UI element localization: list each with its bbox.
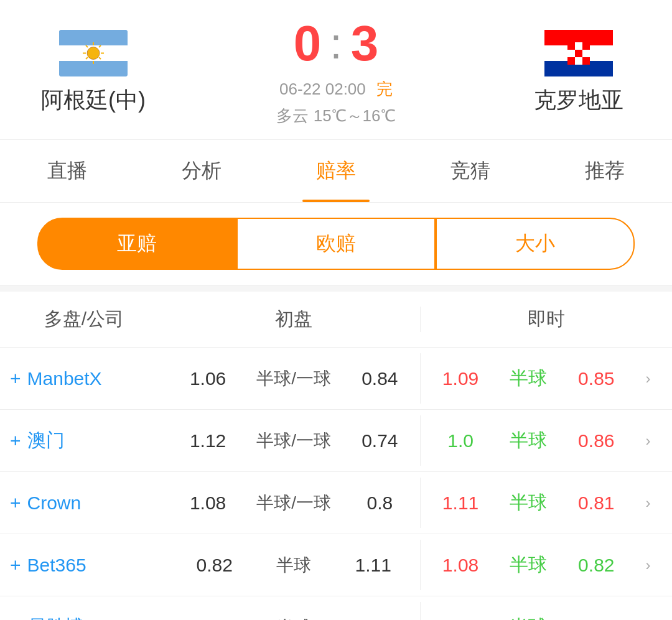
realtime-yishenbo[interactable]: 1.12 半球 0.83 › <box>420 602 673 620</box>
table-row[interactable]: + 易胜博 0.81 半球 1.11 1.12 半球 0.83 › <box>0 596 672 620</box>
realtime-manbetx[interactable]: 1.09 半球 0.85 › <box>420 353 673 404</box>
plus-icon: + <box>10 555 21 576</box>
initial-yishenbo: 0.81 半球 1.11 <box>168 603 420 621</box>
tab-guess[interactable]: 竞猜 <box>403 140 538 202</box>
croatia-flag <box>544 30 613 76</box>
realtime-crown[interactable]: 1.11 半球 0.81 › <box>420 478 673 528</box>
arrow-icon: › <box>645 494 650 512</box>
company-yishenbo: + 易胜博 <box>0 602 168 620</box>
team-left: 阿根廷(中) <box>12 30 174 116</box>
sub-tab-asia[interactable]: 亚赔 <box>37 218 236 270</box>
score-numbers: 0 : 3 <box>294 19 378 68</box>
score-center: 0 : 3 06-22 02:00 完 多云 15℃～16℃ <box>174 19 498 127</box>
score-left: 0 <box>294 19 322 68</box>
company-crown: + Crown <box>0 480 168 526</box>
plus-icon: + <box>10 368 21 389</box>
svg-rect-22 <box>567 57 575 65</box>
match-info-time: 06-22 02:00 完 <box>279 78 393 100</box>
table-row[interactable]: + ManbetX 1.06 半球/一球 0.84 1.09 半球 0.85 › <box>0 348 672 410</box>
table-row[interactable]: + Bet365 0.82 半球 1.11 1.08 半球 0.82 › <box>0 534 672 596</box>
company-bet365: + Bet365 <box>0 542 168 588</box>
sub-tab-europe[interactable]: 欧赔 <box>236 218 436 270</box>
team-right: 克罗地亚 <box>498 30 660 116</box>
team-left-name: 阿根廷(中) <box>41 85 146 116</box>
arrow-icon: › <box>645 557 650 574</box>
match-weather: 多云 15℃～16℃ <box>276 105 395 127</box>
arrow-icon: › <box>645 370 650 387</box>
team-right-name: 克罗地亚 <box>534 85 623 116</box>
realtime-bet365[interactable]: 1.08 半球 0.82 › <box>420 540 673 590</box>
odds-table: 多盘/公司 初盘 即时 + ManbetX 1.06 半球/一球 0.84 1.… <box>0 292 672 620</box>
tab-recommend[interactable]: 推荐 <box>538 140 672 202</box>
col-company-header: 多盘/公司 <box>0 307 168 332</box>
initial-macau: 1.12 半球/一球 0.74 <box>168 417 420 465</box>
score-right: 3 <box>351 19 379 68</box>
plus-icon: + <box>10 430 21 451</box>
svg-rect-18 <box>582 42 590 50</box>
col-realtime-header: 即时 <box>420 307 673 332</box>
svg-rect-19 <box>567 50 575 57</box>
score-header: 阿根廷(中) 0 : 3 06-22 02:00 完 多云 15℃～16℃ <box>0 0 672 139</box>
tab-odds[interactable]: 赔率 <box>269 140 403 202</box>
svg-rect-23 <box>575 57 582 65</box>
initial-bet365: 0.82 半球 1.11 <box>168 541 420 590</box>
svg-rect-21 <box>582 50 590 57</box>
initial-manbetx: 1.06 半球/一球 0.84 <box>168 354 420 403</box>
sub-tab-size[interactable]: 大小 <box>436 218 635 270</box>
match-status: 完 <box>376 80 393 98</box>
svg-rect-24 <box>582 57 590 65</box>
plus-icon: + <box>10 617 21 621</box>
nav-tabs: 直播 分析 赔率 竞猜 推荐 <box>0 139 672 203</box>
company-manbetx: + ManbetX <box>0 356 168 402</box>
tab-live[interactable]: 直播 <box>0 140 134 202</box>
svg-rect-17 <box>575 42 582 50</box>
plus-icon: + <box>10 493 21 514</box>
svg-rect-16 <box>567 42 575 50</box>
score-colon: : <box>330 22 342 65</box>
svg-rect-20 <box>575 50 582 57</box>
table-row[interactable]: + 澳门 1.12 半球/一球 0.74 1.0 半球 0.86 › <box>0 410 672 472</box>
col-initial-header: 初盘 <box>168 307 420 332</box>
argentina-flag <box>59 30 128 76</box>
svg-point-3 <box>87 47 100 60</box>
sub-tabs: 亚赔 欧赔 大小 <box>0 203 672 285</box>
tab-analysis[interactable]: 分析 <box>134 140 269 202</box>
arrow-icon: › <box>645 432 650 450</box>
initial-crown: 1.08 半球/一球 0.8 <box>168 479 420 527</box>
table-row[interactable]: + Crown 1.08 半球/一球 0.8 1.11 半球 0.81 › <box>0 472 672 534</box>
realtime-macau[interactable]: 1.0 半球 0.86 › <box>420 415 673 466</box>
company-macau: + 澳门 <box>0 415 168 466</box>
table-header: 多盘/公司 初盘 即时 <box>0 292 672 348</box>
